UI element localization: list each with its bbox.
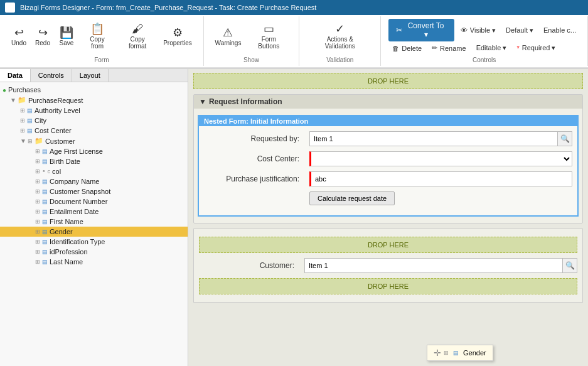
ribbon-group-show: ⚠ Warnings ▭ Form Buttons Show: [204, 16, 300, 66]
enable-c-button[interactable]: Enable c...: [540, 24, 580, 36]
copy-from-button[interactable]: 📋 Copy from: [79, 21, 115, 51]
section-header[interactable]: ▼ Request Information: [194, 95, 582, 109]
default-button[interactable]: Default ▾: [502, 24, 537, 36]
field-icon2-lastname: ▤: [42, 259, 48, 265]
collapse-icon: ▼: [199, 97, 206, 106]
expand-arrow[interactable]: ▼: [10, 97, 16, 104]
delete-button[interactable]: 🗑 Delete: [388, 43, 425, 54]
redo-button[interactable]: ↪ Redo: [31, 25, 54, 48]
convert-to-button[interactable]: ✂ Convert To ▾: [388, 19, 454, 41]
rename-button[interactable]: ✏ Rename: [428, 42, 470, 54]
properties-button[interactable]: ⚙ Properties: [159, 25, 195, 48]
editable-label: Editable ▾: [476, 44, 507, 52]
required-button[interactable]: * Required ▾: [513, 42, 559, 54]
requested-by-search-button[interactable]: 🔍: [557, 131, 572, 146]
customer-snapshot-label: Customer Snapshot: [50, 188, 110, 195]
cost-center-label: Cost Center:: [204, 154, 304, 163]
tree-item-birth-date[interactable]: ⊞ ▤ Birth Date: [0, 156, 188, 166]
field-icon2-authority: ▤: [27, 107, 33, 114]
purchase-justification-input[interactable]: [309, 171, 572, 186]
show-group-label: Show: [243, 55, 259, 65]
tab-controls[interactable]: Controls: [31, 69, 72, 82]
cost-center-select[interactable]: [309, 151, 572, 166]
form-row-customer: Customer: 🔍: [199, 258, 577, 273]
nested-form-header: Nested Form: Initial Information: [199, 116, 577, 126]
age-first-license-label: Age First License: [50, 148, 103, 155]
tab-data[interactable]: Data: [0, 69, 31, 82]
tree-item-city[interactable]: ⊞ ▤ City: [0, 116, 188, 126]
rename-icon: ✏: [432, 44, 437, 52]
eye-icon: 👁: [461, 26, 468, 34]
right-panel: DROP HERE ▼ Request Information Nested F…: [188, 69, 588, 366]
required-label: Required ▾: [522, 44, 556, 52]
tree-item-customer[interactable]: ▼ ⊞ 📁 Customer: [0, 136, 188, 146]
tree-container: ● Purchases ▼ 📁 PurchaseRequest ⊞ ▤ Auth…: [0, 82, 188, 366]
ribbon-content: ↩ Undo ↪ Redo 💾 Save 📋 Copy from 🖌: [0, 15, 588, 68]
visible-label: Visible ▾: [470, 26, 496, 35]
nested-form-title: Nested Form: Initial Information: [204, 117, 308, 125]
editable-button[interactable]: Editable ▾: [473, 42, 511, 54]
title-bar: Bizagi Forms Designer - Form: frm_Create…: [0, 0, 588, 15]
first-name-label: First Name: [50, 218, 83, 225]
tree-item-authority-level[interactable]: ⊞ ▤ Authority Level: [0, 105, 188, 116]
redo-icon: ↪: [38, 27, 48, 38]
customer-input[interactable]: [304, 258, 562, 273]
requested-by-label: Requested by:: [204, 134, 304, 143]
form-buttons-button[interactable]: ▭ Form Buttons: [246, 21, 291, 51]
tree-item-first-name[interactable]: ⊞ ▤ First Name: [0, 217, 188, 227]
tree-item-id-profession[interactable]: ⊞ ▤ idProfession: [0, 247, 188, 257]
actions-button[interactable]: ✓ Actions & Validations: [307, 21, 373, 51]
delete-label: Delete: [402, 45, 422, 52]
copy-format-button[interactable]: 🖌 Copy format: [117, 21, 158, 51]
copy-from-label: Copy from: [83, 36, 112, 50]
city-label: City: [35, 117, 46, 124]
field-icon2-city: ▤: [27, 117, 33, 124]
tree-item-customer-snapshot[interactable]: ⊞ ▤ Customer Snapshot: [0, 186, 188, 196]
field-icon-city: ⊞: [20, 117, 25, 124]
save-label: Save: [60, 40, 74, 46]
folder-icon-customer: ⊞: [28, 138, 33, 144]
field-icon-doc: ⊞: [35, 198, 40, 205]
tree-item-col[interactable]: ⊞ ∘ c col: [0, 166, 188, 176]
identification-type-label: Identification Type: [50, 238, 105, 245]
tree-item-purchaserequest[interactable]: ▼ 📁 PurchaseRequest: [0, 95, 188, 105]
authority-level-label: Authority Level: [35, 107, 80, 114]
tree-item-identification-type[interactable]: ⊞ ▤ Identification Type: [0, 237, 188, 247]
customer-expand-arrow[interactable]: ▼: [20, 137, 26, 144]
field-icon2-age: ▤: [42, 148, 48, 154]
tree-item-entailment-date[interactable]: ⊞ ▤ Entailment Date: [0, 207, 188, 217]
tree-item-document-number[interactable]: ⊞ ▤ Document Number: [0, 196, 188, 207]
cost-center-label: Cost Center: [35, 127, 72, 134]
tree-item-age-first-license[interactable]: ⊞ ▤ Age First License: [0, 146, 188, 156]
tree-item-last-name[interactable]: ⊞ ▤ Last Name: [0, 257, 188, 267]
request-information-section: ▼ Request Information Nested Form: Initi…: [193, 94, 583, 223]
copy-format-icon: 🖌: [132, 23, 143, 35]
customer-input-wrapper: 🔍: [304, 258, 577, 273]
controls-buttons-group: ✂ Convert To ▾ 👁 Visible ▾ Default ▾ Ena…: [386, 18, 582, 55]
ribbon-group-form: ↩ Undo ↪ Redo 💾 Save 📋 Copy from 🖌: [0, 16, 204, 66]
requested-by-input[interactable]: [309, 131, 557, 146]
warnings-button[interactable]: ⚠ Warnings: [211, 25, 245, 48]
folder-icon: 📁: [18, 96, 26, 104]
section-content: Nested Form: Initial Information Request…: [194, 109, 582, 223]
tab-layout[interactable]: Layout: [72, 69, 109, 82]
search-icon: 🔍: [560, 134, 570, 143]
field-icon-gender: ⊞: [35, 229, 40, 235]
tree-item-gender[interactable]: ⊞ ▤ Gender: [0, 227, 188, 237]
copy-format-label: Copy format: [120, 36, 154, 50]
field-icon-firstname: ⊞: [35, 218, 40, 225]
tree-item-cost-center[interactable]: ⊞ ▤ Cost Center: [0, 126, 188, 136]
id-profession-label: idProfession: [50, 248, 88, 256]
field-icon2-entail: ▤: [42, 208, 48, 215]
calculate-request-date-button[interactable]: Calculate request date: [309, 191, 395, 205]
validation-buttons-group: ✓ Actions & Validations: [304, 18, 375, 55]
tree-item-purchases[interactable]: ● Purchases: [0, 85, 188, 95]
customer-search-button[interactable]: 🔍: [562, 258, 577, 273]
visible-button[interactable]: 👁 Visible ▾: [457, 24, 500, 36]
undo-button[interactable]: ↩ Undo: [8, 25, 30, 48]
field-icon-authority: ⊞: [20, 107, 25, 114]
tree-item-company-name[interactable]: ⊞ ▤ Company Name: [0, 176, 188, 186]
undo-label: Undo: [11, 40, 26, 46]
purchaserequest-label: PurchaseRequest: [28, 97, 83, 104]
save-button[interactable]: 💾 Save: [55, 25, 78, 48]
